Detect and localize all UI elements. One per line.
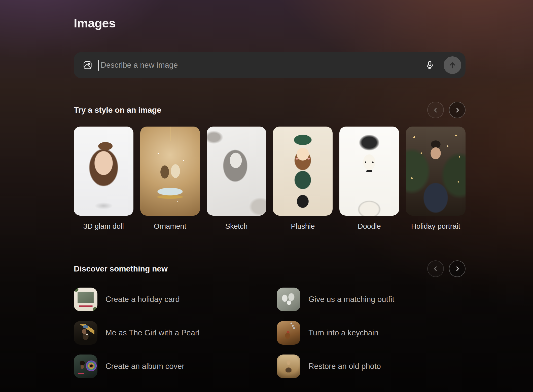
discover-thumbnail [277, 355, 300, 378]
style-card-image [140, 127, 200, 216]
prompt-input[interactable] [100, 60, 422, 70]
style-card-image [273, 127, 333, 216]
style-section-title: Try a style on an image [74, 105, 161, 115]
discover-label: Create an album cover [105, 362, 185, 371]
discover-list: Create a holiday card Give us a matching… [74, 288, 466, 378]
microphone-icon [425, 60, 435, 71]
discover-thumbnail [74, 355, 97, 378]
chevron-right-icon [454, 265, 461, 272]
images-page: Images [0, 0, 533, 392]
discover-section-header: Discover something new [74, 260, 466, 277]
discover-label: Turn into a keychain [308, 328, 378, 337]
discover-label: Give us a matching outfit [308, 295, 394, 304]
style-carousel-next-button[interactable] [449, 102, 466, 118]
style-card-3d-glam-doll[interactable]: 3D glam doll [74, 127, 133, 230]
discover-section: Discover something new Create a holiday … [74, 260, 466, 378]
style-card-label: Plushie [273, 222, 333, 230]
style-card-holiday-portrait[interactable]: Holiday portrait [406, 127, 466, 230]
discover-thumbnail [277, 288, 300, 311]
style-card-label: Holiday portrait [406, 222, 466, 230]
discover-item-create-holiday-card[interactable]: Create a holiday card [74, 288, 263, 311]
chevron-left-icon [432, 265, 439, 272]
style-card-doodle[interactable]: Doodle [339, 127, 399, 230]
style-card-label: Sketch [207, 222, 266, 230]
discover-item-girl-with-a-pearl[interactable]: Me as The Girl with a Pearl [74, 321, 263, 345]
discover-item-album-cover[interactable]: Create an album cover [74, 355, 263, 378]
discover-thumbnail [277, 321, 300, 345]
discover-label: Restore an old photo [308, 362, 381, 371]
dictate-button[interactable] [424, 59, 435, 71]
submit-button[interactable] [444, 56, 461, 74]
discover-thumbnail [74, 288, 97, 311]
style-card-plushie[interactable]: Plushie [273, 127, 333, 230]
style-card-label: Doodle [339, 222, 399, 230]
style-card-label: 3D glam doll [74, 222, 133, 230]
style-card-ornament[interactable]: Ornament [140, 127, 200, 230]
style-section-header: Try a style on an image [74, 102, 466, 118]
discover-item-restore-old-photo[interactable]: Restore an old photo [277, 355, 466, 378]
style-card-image [339, 127, 399, 216]
discover-carousel-nav [427, 260, 466, 277]
chevron-left-icon [432, 107, 439, 113]
image-icon [83, 60, 92, 70]
discover-carousel-prev-button[interactable] [427, 260, 444, 277]
discover-item-keychain[interactable]: Turn into a keychain [277, 321, 466, 345]
style-section: Try a style on an image 3D glam doll [74, 102, 466, 230]
discover-item-matching-outfit[interactable]: Give us a matching outfit [277, 288, 466, 311]
discover-label: Create a holiday card [105, 295, 180, 304]
prompt-composer [74, 52, 466, 78]
style-card-image [406, 127, 466, 216]
text-cursor [98, 60, 99, 71]
chevron-right-icon [454, 107, 461, 113]
discover-thumbnail [74, 321, 97, 345]
style-cards-carousel: 3D glam doll Ornament Sketch Plushie Doo… [74, 127, 466, 230]
discover-carousel-next-button[interactable] [449, 260, 466, 277]
page-title: Images [74, 16, 466, 30]
arrow-up-icon [448, 61, 457, 70]
style-carousel-prev-button[interactable] [427, 102, 444, 118]
style-card-image [74, 127, 133, 216]
style-carousel-nav [427, 102, 466, 118]
discover-label: Me as The Girl with a Pearl [105, 328, 199, 337]
page-content: Images [74, 0, 466, 378]
style-card-label: Ornament [140, 222, 200, 230]
style-card-image [207, 127, 266, 216]
style-card-sketch[interactable]: Sketch [207, 127, 266, 230]
discover-section-title: Discover something new [74, 264, 168, 273]
